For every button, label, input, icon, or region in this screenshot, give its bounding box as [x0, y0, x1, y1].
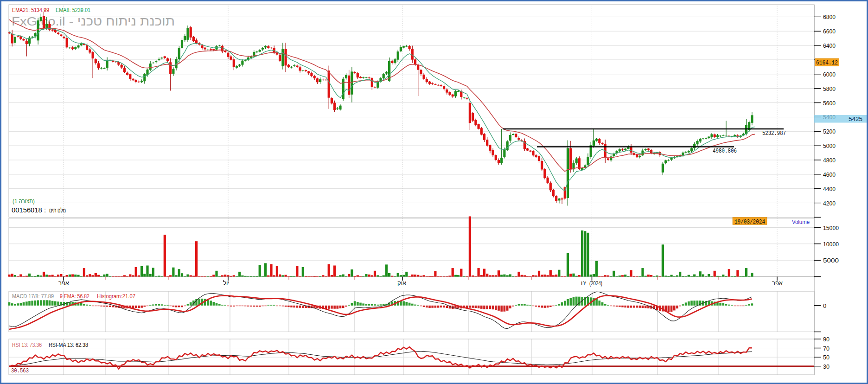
svg-text:9 EMA: 56.82: 9 EMA: 56.82: [60, 293, 89, 300]
svg-text:4400: 4400: [823, 186, 836, 192]
svg-text:19/03/2024: 19/03/2024: [734, 219, 765, 225]
svg-text:FxG.co.il - תוכנת ניתוח טכני: FxG.co.il - תוכנת ניתוח טכני: [12, 14, 175, 28]
svg-text:30: 30: [823, 363, 830, 370]
svg-text:מלם תים: מלם תים: [49, 206, 66, 214]
svg-text:6164.12: 6164.12: [816, 60, 838, 66]
svg-text:90: 90: [823, 336, 830, 343]
svg-text:(תצורה 1): (תצורה 1): [13, 198, 35, 205]
svg-text:אפר: אפר: [772, 280, 783, 287]
svg-text:אפר: אפר: [58, 280, 69, 287]
svg-text:6600: 6600: [823, 28, 836, 35]
svg-text:5200: 5200: [823, 128, 836, 135]
svg-text:0: 0: [823, 302, 826, 309]
svg-text:5600: 5600: [823, 100, 836, 107]
svg-text:30.563: 30.563: [11, 368, 29, 374]
svg-text:5800: 5800: [823, 85, 836, 92]
svg-text:5425: 5425: [849, 115, 862, 122]
svg-text:MACD 17/8: 77.89: MACD 17/8: 77.89: [12, 293, 54, 300]
svg-text:(2024): (2024): [589, 280, 602, 287]
svg-text:6000: 6000: [823, 71, 836, 78]
svg-text:4600: 4600: [823, 171, 836, 178]
svg-text:4800: 4800: [823, 157, 836, 164]
svg-text:5000: 5000: [823, 142, 836, 149]
svg-text:Histogram:21.07: Histogram:21.07: [97, 293, 135, 300]
svg-text:50: 50: [823, 354, 830, 361]
svg-text:4980.806: 4980.806: [713, 148, 737, 154]
svg-text:5000: 5000: [823, 257, 839, 264]
svg-text:6800: 6800: [823, 13, 836, 20]
svg-text:RSI 13: 73.36: RSI 13: 73.36: [12, 342, 42, 348]
svg-text:00156018 :: 00156018 :: [12, 206, 46, 214]
svg-text:Volume: Volume: [792, 219, 810, 225]
svg-text:6400: 6400: [823, 42, 836, 49]
svg-text:יול: יול: [223, 280, 230, 287]
svg-text:70: 70: [823, 345, 830, 352]
svg-text:10000: 10000: [823, 241, 839, 248]
svg-text:EMA8: 5239.01: EMA8: 5239.01: [56, 6, 90, 13]
svg-text:15000: 15000: [823, 224, 839, 231]
svg-text:ינו: ינו: [581, 280, 587, 287]
svg-text:5232.987: 5232.987: [762, 130, 786, 137]
svg-text:4200: 4200: [823, 200, 836, 207]
svg-text:RSI-MA 13: 62.38: RSI-MA 13: 62.38: [49, 342, 88, 348]
svg-text:אוק: אוק: [397, 280, 406, 287]
